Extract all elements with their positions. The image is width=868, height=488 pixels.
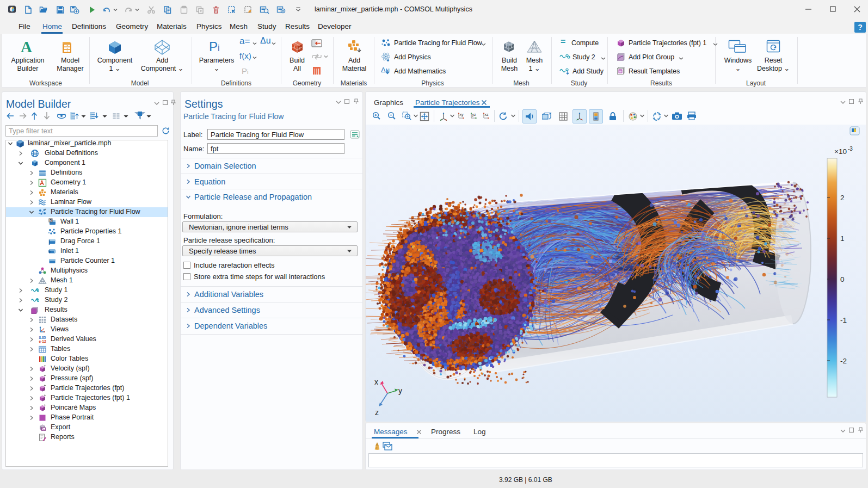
svg-text:2: 2 <box>840 194 845 202</box>
svg-text:xz: xz <box>485 113 489 116</box>
svg-text:D: D <box>50 219 52 222</box>
svg-text:y: y <box>398 386 402 395</box>
svg-text:-2: -2 <box>840 357 847 365</box>
svg-text:yz: yz <box>472 113 477 117</box>
svg-text:-3: -3 <box>848 146 853 152</box>
svg-text:×10: ×10 <box>834 147 847 156</box>
svg-text:0: 0 <box>840 275 845 283</box>
svg-text:x: x <box>374 378 378 386</box>
svg-text:-1: -1 <box>840 316 847 324</box>
svg-text:1: 1 <box>840 234 845 243</box>
svg-text:8.85: 8.85 <box>39 336 46 339</box>
svg-text:z: z <box>375 408 379 417</box>
svg-text:xy: xy <box>460 113 464 117</box>
svg-text:e-12: e-12 <box>39 339 46 343</box>
